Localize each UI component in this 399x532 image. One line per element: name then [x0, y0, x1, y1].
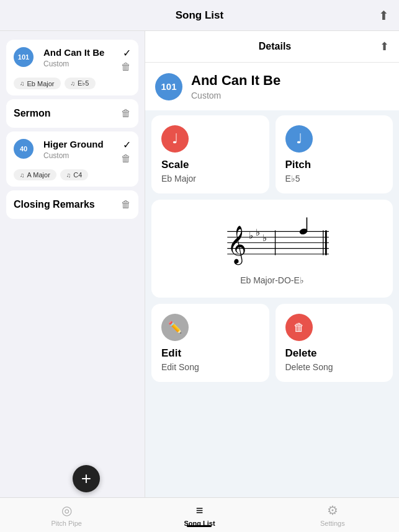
details-title: Details — [170, 41, 380, 52]
song-detail-header: 101 And Can It Be Custom — [145, 63, 399, 110]
delete-sublabel: Delete Song — [285, 362, 383, 372]
trash-icon[interactable]: 🗑 — [121, 199, 131, 210]
song-detail-number-badge: 101 — [155, 73, 182, 100]
pitch-tag[interactable]: ♫ C4 — [60, 169, 89, 180]
song-number-badge: 101 — [14, 47, 34, 67]
tab-pitch-pipe-label: Pitch Pipe — [51, 520, 82, 527]
song-detail-title: And Can It Be — [191, 73, 280, 89]
svg-text:♭: ♭ — [248, 231, 253, 241]
scale-value: Eb Major — [161, 174, 259, 184]
delete-card[interactable]: 🗑 Delete Delete Song — [276, 304, 393, 382]
music-note-icon: ♩ — [172, 131, 178, 147]
song-info: And Can It Be Custom — [43, 47, 104, 68]
tab-bar: ◎ Pitch Pipe ≡ Song List ⚙ Settings — [0, 497, 399, 532]
tab-settings[interactable]: ⚙ Settings — [266, 503, 399, 527]
tab-active-indicator — [187, 525, 212, 527]
music-note-icon: ♫ — [20, 172, 25, 179]
edit-delete-grid: ✏️ Edit Edit Song 🗑 Delete Delete Song — [145, 304, 399, 388]
trash-icon[interactable]: 🗑 — [121, 108, 131, 119]
svg-text:♭: ♭ — [255, 228, 259, 237]
song-tags: ♫ A Major ♫ C4 — [14, 169, 131, 180]
details-share-icon[interactable]: ⬆ — [380, 40, 389, 53]
list-item[interactable]: 40 Higer Ground Custom ✓ 🗑 ♫ A Major — [6, 131, 138, 187]
details-header: Details ⬆ — [145, 31, 399, 63]
trash-icon[interactable]: 🗑 — [121, 153, 131, 164]
pitch-card[interactable]: ♩ Pitch E♭5 — [276, 115, 393, 193]
right-panel: Details ⬆ 101 And Can It Be Custom ♩ Sca… — [145, 31, 399, 497]
svg-text:♭: ♭ — [262, 233, 266, 243]
delete-icon-circle: 🗑 — [285, 314, 313, 341]
edit-icon-circle: ✏️ — [161, 314, 189, 341]
main-layout: 101 And Can It Be Custom ✓ 🗑 ♫ Eb Major — [0, 31, 399, 497]
song-title: And Can It Be — [43, 47, 104, 58]
section-item[interactable]: Sermon 🗑 — [6, 99, 138, 128]
music-note-icon: ♫ — [71, 80, 76, 87]
trash-icon[interactable]: 🗑 — [121, 61, 131, 73]
checkmark-icon: ✓ — [123, 47, 131, 59]
trash-icon: 🗑 — [294, 321, 305, 334]
section-item[interactable]: Closing Remarks 🗑 — [6, 190, 138, 219]
pitch-tag[interactable]: ♫ E♭5 — [65, 78, 96, 89]
song-tags: ♫ Eb Major ♫ E♭5 — [14, 78, 131, 89]
edit-card[interactable]: ✏️ Edit Edit Song — [151, 304, 269, 382]
app-header: Song List ⬆ — [0, 0, 399, 31]
scale-icon-circle: ♩ — [161, 125, 189, 153]
tab-pitch-pipe[interactable]: ◎ Pitch Pipe — [0, 503, 133, 527]
header-share-icon[interactable]: ⬆ — [379, 8, 389, 23]
song-actions: ✓ 🗑 — [121, 139, 131, 164]
left-panel: 101 And Can It Be Custom ✓ 🗑 ♫ Eb Major — [0, 31, 145, 497]
section-label: Sermon — [14, 108, 51, 119]
song-number-badge: 40 — [14, 139, 34, 159]
svg-text:𝄞: 𝄞 — [227, 226, 246, 265]
song-list-icon: ≡ — [196, 503, 204, 518]
song-info: Higer Ground Custom — [43, 139, 104, 160]
pitch-label: Pitch — [285, 159, 383, 171]
scale-card[interactable]: ♩ Scale Eb Major — [151, 115, 269, 193]
pitch-pipe-icon: ◎ — [61, 503, 72, 518]
plus-icon: + — [81, 469, 91, 489]
song-item-header: 40 Higer Ground Custom ✓ 🗑 — [14, 139, 131, 164]
music-staff-svg: 𝄞 ♭ ♭ ♭ — [210, 212, 334, 268]
music-note-icon: ♫ — [66, 172, 71, 179]
app-title: Song List — [176, 9, 223, 22]
checkmark-icon: ✓ — [123, 139, 131, 151]
notation-card: 𝄞 ♭ ♭ ♭ Eb Major-DO-E♭ — [151, 200, 393, 298]
section-label: Closing Remarks — [14, 199, 95, 210]
edit-sublabel: Edit Song — [161, 362, 259, 372]
settings-icon: ⚙ — [327, 503, 338, 518]
music-note-icon: ♫ — [20, 80, 25, 87]
list-item[interactable]: 101 And Can It Be Custom ✓ 🗑 ♫ Eb Major — [6, 40, 138, 95]
scale-tag[interactable]: ♫ Eb Major — [14, 78, 61, 89]
song-item-header: 101 And Can It Be Custom ✓ 🗑 — [14, 47, 131, 73]
song-title: Higer Ground — [43, 139, 104, 150]
scale-pitch-grid: ♩ Scale Eb Major ♩ Pitch E♭5 — [145, 115, 399, 200]
song-detail-subtitle: Custom — [191, 91, 280, 100]
edit-label: Edit — [161, 347, 259, 360]
tab-settings-label: Settings — [320, 520, 345, 527]
song-subtitle: Custom — [43, 60, 104, 68]
tab-song-list[interactable]: ≡ Song List — [133, 503, 266, 527]
music-note-icon: ♩ — [296, 131, 302, 147]
scale-tag[interactable]: ♫ A Major — [14, 169, 56, 180]
song-detail-info: And Can It Be Custom — [191, 73, 280, 100]
notation-label: Eb Major-DO-E♭ — [240, 275, 304, 285]
song-subtitle: Custom — [43, 151, 104, 160]
delete-label: Delete — [285, 347, 383, 360]
pitch-value: E♭5 — [285, 174, 383, 184]
pencil-icon: ✏️ — [168, 321, 182, 334]
pitch-icon-circle: ♩ — [285, 125, 313, 153]
add-song-button[interactable]: + — [73, 465, 100, 492]
scale-label: Scale — [161, 159, 259, 171]
song-actions: ✓ 🗑 — [121, 47, 131, 73]
